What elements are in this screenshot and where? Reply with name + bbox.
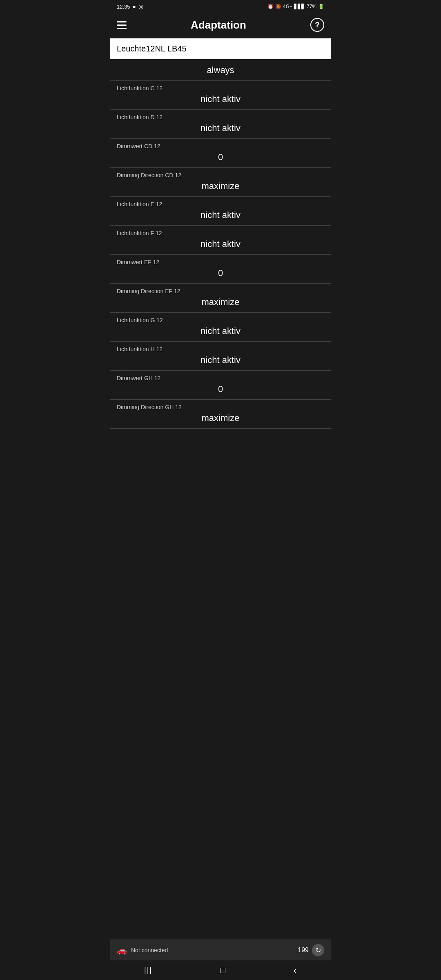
whatsapp-icon: ● <box>133 3 136 10</box>
setting-value-dimmwert-ef: 0 <box>117 268 324 281</box>
mute-icon: 🔕 <box>275 4 281 9</box>
setting-item-dimming-dir-cd[interactable]: Dimming Direction CD 12 maximize <box>110 168 331 197</box>
setting-value-lichtfunktion-f: nicht aktiv <box>117 239 324 252</box>
setting-item-lichtfunktion-g[interactable]: Lichtfunktion G 12 nicht aktiv <box>110 313 331 342</box>
setting-value-dimming-dir-gh: maximize <box>117 413 324 426</box>
setting-item-dimmwert-gh[interactable]: Dimmwert GH 12 0 <box>110 371 331 400</box>
setting-value-always: always <box>117 65 324 78</box>
setting-item-lichtfunktion-c[interactable]: Lichtfunktion C 12 nicht aktiv <box>110 81 331 110</box>
setting-value-dimming-dir-ef: maximize <box>117 297 324 310</box>
setting-label-dimmwert-ef: Dimmwert EF 12 <box>117 259 324 265</box>
setting-label-lichtfunktion-f: Lichtfunktion F 12 <box>117 230 324 236</box>
setting-label-lichtfunktion-h: Lichtfunktion H 12 <box>117 346 324 352</box>
battery-icon: 🔋 <box>318 4 324 9</box>
setting-label-lichtfunktion-d: Lichtfunktion D 12 <box>117 114 324 120</box>
setting-value-lichtfunktion-g: nicht aktiv <box>117 326 324 339</box>
setting-value-dimming-dir-cd: maximize <box>117 181 324 194</box>
setting-label-dimming-dir-cd: Dimming Direction CD 12 <box>117 172 324 178</box>
setting-label-dimmwert-gh: Dimmwert GH 12 <box>117 375 324 381</box>
menu-button[interactable] <box>117 21 127 29</box>
setting-label-lichtfunktion-g: Lichtfunktion G 12 <box>117 317 324 323</box>
setting-item-dimming-dir-ef[interactable]: Dimming Direction EF 12 maximize <box>110 284 331 313</box>
setting-item-lichtfunktion-f[interactable]: Lichtfunktion F 12 nicht aktiv <box>110 226 331 255</box>
instagram-icon: ◎ <box>138 3 143 10</box>
setting-item-lichtfunktion-d[interactable]: Lichtfunktion D 12 nicht aktiv <box>110 110 331 139</box>
setting-value-lichtfunktion-h: nicht aktiv <box>117 355 324 368</box>
status-left: 12:35 ● ◎ <box>117 3 143 10</box>
setting-value-dimmwert-cd: 0 <box>117 152 324 165</box>
network-icon: 4G+ <box>283 4 292 9</box>
setting-item-dimmwert-ef[interactable]: Dimmwert EF 12 0 <box>110 255 331 284</box>
setting-value-dimmwert-gh: 0 <box>117 384 324 397</box>
top-bar: Adaptation ? <box>110 13 331 37</box>
setting-item-lichtfunktion-e[interactable]: Lichtfunktion E 12 nicht aktiv <box>110 197 331 226</box>
setting-value-lichtfunktion-c: nicht aktiv <box>117 94 324 107</box>
setting-value-lichtfunktion-e: nicht aktiv <box>117 210 324 223</box>
setting-label-dimming-dir-gh: Dimming Direction GH 12 <box>117 404 324 410</box>
setting-item-dimmwert-cd[interactable]: Dimmwert CD 12 0 <box>110 139 331 168</box>
setting-item-lichtfunktion-h[interactable]: Lichtfunktion H 12 nicht aktiv <box>110 342 331 371</box>
status-bar: 12:35 ● ◎ ⏰ 🔕 4G+ ▋▋▋ 77% 🔋 <box>110 0 331 13</box>
battery-display: 77% <box>307 4 316 9</box>
setting-label-dimmwert-cd: Dimmwert CD 12 <box>117 143 324 149</box>
setting-item-dimming-dir-gh[interactable]: Dimming Direction GH 12 maximize <box>110 400 331 429</box>
alarm-icon: ⏰ <box>267 4 274 9</box>
time-display: 12:35 <box>117 4 130 10</box>
setting-label-dimming-dir-ef: Dimming Direction EF 12 <box>117 288 324 294</box>
help-button[interactable]: ? <box>310 18 324 32</box>
signal-icon: ▋▋▋ <box>294 4 305 9</box>
settings-list: always Lichtfunktion C 12 nicht aktiv Li… <box>110 61 331 470</box>
status-right: ⏰ 🔕 4G+ ▋▋▋ 77% 🔋 <box>267 4 324 9</box>
device-name[interactable]: Leuchte12NL LB45 <box>110 38 331 59</box>
setting-label-lichtfunktion-c: Lichtfunktion C 12 <box>117 85 324 91</box>
setting-label-lichtfunktion-e: Lichtfunktion E 12 <box>117 201 324 207</box>
setting-item-always[interactable]: always <box>110 61 331 81</box>
page-title: Adaptation <box>191 19 246 31</box>
setting-value-lichtfunktion-d: nicht aktiv <box>117 123 324 136</box>
